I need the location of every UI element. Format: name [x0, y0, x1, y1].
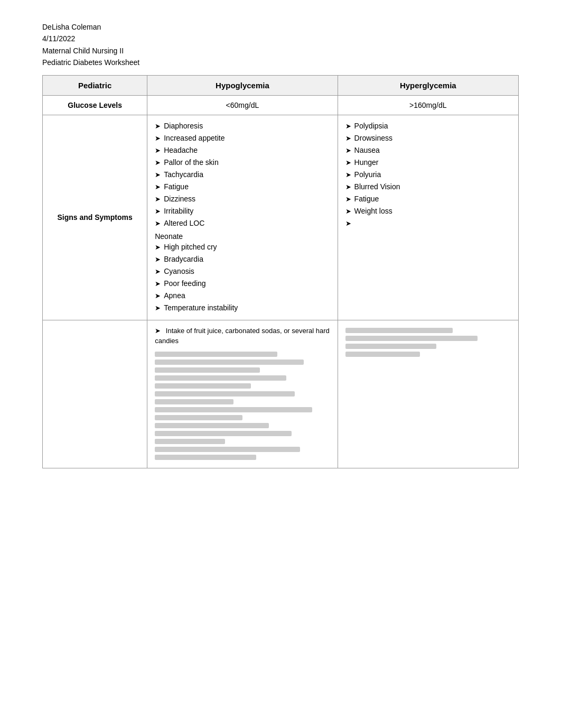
diabetes-table: Pediatric Hypoglycemia Hyperglycemia Glu… — [42, 75, 519, 468]
hypo-glucose-value: <60mg/dL — [147, 95, 338, 115]
hyperglycemia-symptoms-cell: ➤Polydipsia ➤Drowsiness ➤Nausea ➤Hunger … — [338, 115, 518, 320]
list-item: ➤Dizziness — [155, 193, 330, 205]
list-item: ➤ — [345, 218, 511, 229]
list-item: ➤Polyuria — [345, 169, 511, 180]
list-item: ➤Tachycardia — [155, 169, 330, 180]
date: 4/11/2022 — [42, 33, 519, 44]
arrow-icon: ➤ — [155, 242, 161, 253]
arrow-icon: ➤ — [155, 327, 161, 335]
arrow-icon: ➤ — [155, 206, 161, 217]
table-header-row: Pediatric Hypoglycemia Hyperglycemia — [43, 75, 519, 95]
treatment-row: ➤ Intake of fruit juice, carbonated soda… — [43, 320, 519, 468]
list-item: ➤Fatigue — [155, 181, 330, 192]
arrow-icon: ➤ — [155, 218, 161, 229]
list-item: ➤Headache — [155, 145, 330, 156]
list-item: ➤Hunger — [345, 157, 511, 168]
arrow-icon: ➤ — [155, 279, 161, 289]
arrow-icon: ➤ — [345, 206, 351, 217]
hypo-treatment-visible: ➤ Intake of fruit juice, carbonated soda… — [155, 326, 330, 346]
col-header-hypoglycemia: Hypoglycemia — [147, 75, 338, 95]
list-item: ➤Cyanosis — [155, 266, 330, 277]
arrow-icon: ➤ — [155, 170, 161, 180]
hyper-symptom-list: ➤Polydipsia ➤Drowsiness ➤Nausea ➤Hunger … — [345, 121, 511, 229]
arrow-icon: ➤ — [345, 145, 351, 156]
hypoglycemia-symptoms-cell: ➤Diaphoresis ➤Increased appetite ➤Headac… — [147, 115, 338, 320]
col-header-pediatric: Pediatric — [43, 75, 147, 95]
list-item: ➤Drowsiness — [345, 133, 511, 144]
neonate-label: Neonate — [155, 232, 330, 241]
arrow-icon: ➤ — [155, 254, 161, 265]
list-item: ➤Temperature instability — [155, 302, 330, 314]
list-item: ➤Polydipsia — [345, 121, 511, 132]
arrow-icon: ➤ — [345, 170, 351, 180]
arrow-icon: ➤ — [155, 266, 161, 277]
arrow-icon: ➤ — [155, 194, 161, 205]
list-item: ➤Diaphoresis — [155, 121, 330, 132]
arrow-icon: ➤ — [345, 218, 351, 229]
arrow-icon: ➤ — [155, 121, 161, 132]
arrow-icon: ➤ — [155, 291, 161, 301]
list-item: ➤Nausea — [345, 145, 511, 156]
signs-symptoms-label: Signs and Symptoms — [43, 115, 147, 320]
worksheet-title: Pediatric Diabetes Worksheet — [42, 57, 519, 68]
neonate-symptom-list: ➤High pitched cry ➤Bradycardia ➤Cyanosis… — [155, 242, 330, 314]
arrow-icon: ➤ — [155, 158, 161, 168]
treatment-label — [43, 320, 147, 468]
col-header-hyperglycemia: Hyperglycemia — [338, 75, 518, 95]
hypo-symptom-list: ➤Diaphoresis ➤Increased appetite ➤Headac… — [155, 121, 330, 229]
header-section: DeLisha Coleman 4/11/2022 Maternal Child… — [42, 21, 519, 69]
list-item: ➤Altered LOC — [155, 218, 330, 229]
list-item: ➤Apnea — [155, 290, 330, 301]
list-item: ➤Irritability — [155, 206, 330, 217]
list-item: ➤Fatigue — [345, 193, 511, 205]
student-name: DeLisha Coleman — [42, 21, 519, 33]
list-item: ➤Blurred Vision — [345, 181, 511, 192]
arrow-icon: ➤ — [345, 121, 351, 132]
hyper-glucose-value: >160mg/dL — [338, 95, 518, 115]
glucose-row: Glucose Levels <60mg/dL >160mg/dL — [43, 95, 519, 115]
hypo-treatment-cell: ➤ Intake of fruit juice, carbonated soda… — [147, 320, 338, 468]
list-item: ➤Increased appetite — [155, 133, 330, 144]
blurred-hyper-content — [345, 328, 511, 357]
list-item: ➤Pallor of the skin — [155, 157, 330, 168]
arrow-icon: ➤ — [345, 194, 351, 205]
list-item: ➤Weight loss — [345, 206, 511, 217]
arrow-icon: ➤ — [155, 145, 161, 156]
list-item: ➤High pitched cry — [155, 242, 330, 253]
arrow-icon: ➤ — [345, 182, 351, 192]
arrow-icon: ➤ — [345, 158, 351, 168]
arrow-icon: ➤ — [155, 182, 161, 192]
blurred-treatment-content — [155, 352, 330, 460]
glucose-label: Glucose Levels — [43, 95, 147, 115]
arrow-icon: ➤ — [345, 133, 351, 144]
arrow-icon: ➤ — [155, 303, 161, 314]
list-item: ➤Poor feeding — [155, 278, 330, 289]
arrow-icon: ➤ — [155, 133, 161, 144]
hyper-treatment-cell — [338, 320, 518, 468]
course: Maternal Child Nursing II — [42, 45, 519, 57]
signs-symptoms-row: Signs and Symptoms ➤Diaphoresis ➤Increas… — [43, 115, 519, 320]
list-item: ➤Bradycardia — [155, 254, 330, 265]
